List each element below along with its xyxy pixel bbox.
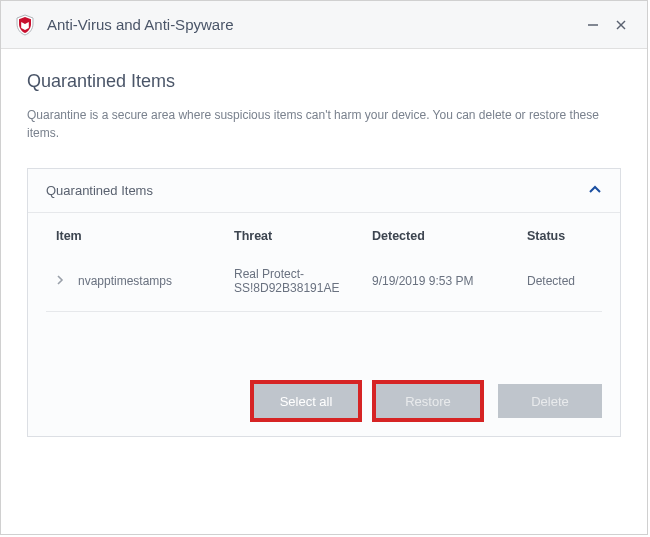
chevron-right-icon[interactable] bbox=[56, 274, 68, 288]
column-header-item: Item bbox=[56, 229, 234, 243]
column-header-threat: Threat bbox=[234, 229, 372, 243]
table-row[interactable]: nvapptimestamps Real Protect-SS!8D92B381… bbox=[46, 257, 602, 312]
app-window: Anti-Virus and Anti-Spyware Quarantined … bbox=[0, 0, 648, 535]
window-title: Anti-Virus and Anti-Spyware bbox=[47, 16, 579, 33]
close-button[interactable] bbox=[607, 11, 635, 39]
mcafee-shield-icon bbox=[13, 13, 37, 37]
delete-button[interactable]: Delete bbox=[498, 384, 602, 418]
content-area: Quarantined Items Quarantine is a secure… bbox=[1, 49, 647, 437]
action-bar: Select all Restore Delete bbox=[28, 366, 620, 436]
cell-status: Detected bbox=[527, 274, 592, 288]
panel-header-label: Quarantined Items bbox=[46, 183, 153, 198]
panel-header[interactable]: Quarantined Items bbox=[28, 169, 620, 212]
quarantine-panel: Quarantined Items Item Threat Detected S… bbox=[27, 168, 621, 437]
select-all-button[interactable]: Select all bbox=[254, 384, 358, 418]
chevron-up-icon bbox=[588, 183, 602, 198]
cell-detected: 9/19/2019 9:53 PM bbox=[372, 274, 527, 288]
column-header-detected: Detected bbox=[372, 229, 527, 243]
cell-item: nvapptimestamps bbox=[78, 274, 172, 288]
panel-spacer bbox=[46, 312, 602, 366]
table-header: Item Threat Detected Status bbox=[46, 213, 602, 257]
column-header-status: Status bbox=[527, 229, 592, 243]
minimize-button[interactable] bbox=[579, 11, 607, 39]
page-title: Quarantined Items bbox=[27, 71, 621, 92]
titlebar: Anti-Virus and Anti-Spyware bbox=[1, 1, 647, 49]
panel-body: Item Threat Detected Status nvapptimesta… bbox=[28, 212, 620, 366]
page-description: Quarantine is a secure area where suspic… bbox=[27, 106, 621, 142]
restore-button[interactable]: Restore bbox=[376, 384, 480, 418]
cell-threat: Real Protect-SS!8D92B38191AE bbox=[234, 267, 372, 295]
